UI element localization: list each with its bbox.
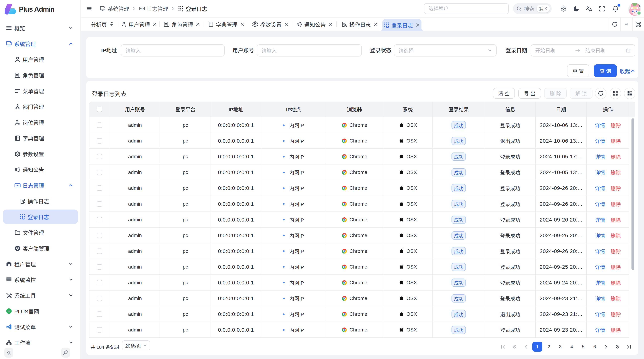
svg-text:DEV: DEV: [140, 8, 144, 10]
svg-text:DEV: DEV: [16, 184, 20, 186]
